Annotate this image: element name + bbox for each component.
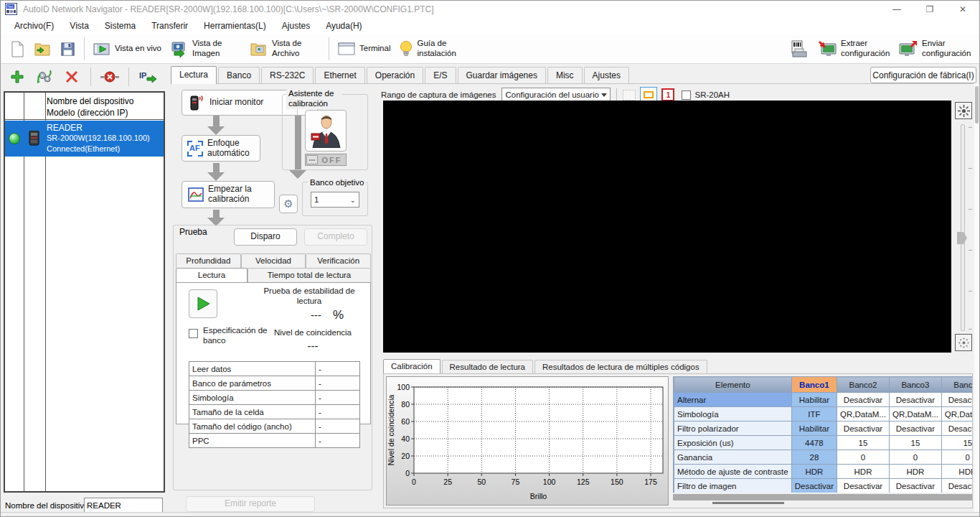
assistant-button[interactable] — [305, 110, 347, 152]
report-export-button[interactable]: Emitir reporte — [186, 496, 315, 512]
bank-table-header-banco3[interactable]: Banco3 — [889, 377, 941, 393]
bank-param-label[interactable]: Exposición (us) — [674, 436, 792, 450]
tab-operaci-n[interactable]: Operación — [367, 67, 423, 83]
report-button[interactable] — [786, 37, 813, 60]
bank-value[interactable]: Desactivar — [941, 479, 972, 493]
capture-region-1-button[interactable]: 1 — [661, 88, 674, 101]
tab-e-s[interactable]: E/S — [425, 67, 456, 83]
restore-button[interactable]: ❐ — [913, 1, 946, 17]
bank-param-label[interactable]: Filtro de imagen — [674, 479, 792, 493]
menu-item-vista[interactable]: Vista — [62, 19, 96, 33]
menu-item-archivo-f[interactable]: Archivo(F) — [6, 19, 62, 33]
bank-value[interactable]: Desactivar — [941, 393, 972, 407]
menu-item-herramientas-l[interactable]: Herramientas(L) — [196, 19, 274, 33]
capture-region-none-icon[interactable] — [623, 90, 636, 101]
bank-value[interactable]: 0 — [941, 450, 972, 465]
brightness-slider-track[interactable] — [961, 124, 965, 331]
bank-value[interactable]: Desactivar — [837, 421, 890, 436]
bank-value[interactable]: HDR — [791, 465, 837, 479]
bank-table-hscroll-track[interactable] — [673, 494, 972, 500]
ip-settings-button[interactable]: IP — [137, 67, 159, 86]
vertical-scrollbar-thumb[interactable] — [975, 86, 979, 124]
bank-param-label[interactable]: Simbología — [674, 407, 792, 421]
bank-value[interactable]: Desactivar — [837, 393, 890, 407]
minimize-button[interactable]: — — [880, 1, 913, 17]
bank-value[interactable]: 0 — [837, 450, 890, 465]
bank-value[interactable]: Desactivar — [941, 421, 972, 436]
brightness-up-button[interactable] — [955, 102, 972, 119]
assistant-toggle[interactable]: OFF — [305, 154, 347, 166]
bank-value[interactable]: HDR — [837, 465, 890, 479]
menu-item-transferir[interactable]: Transferir — [143, 19, 196, 33]
bank-value[interactable]: QR,DataM... — [837, 407, 890, 421]
bank-param-label[interactable]: Método de ajuste de contraste — [674, 465, 792, 479]
factory-config-button[interactable]: Configuración de fábrica(I) — [870, 67, 976, 83]
bank-table-header-banco2[interactable]: Banco2 — [837, 377, 890, 393]
menu-item-ajustes[interactable]: Ajustes — [274, 19, 318, 33]
disconnect-button[interactable] — [99, 67, 121, 86]
tab-misc[interactable]: Misc — [547, 67, 583, 83]
tab-rs-232c[interactable]: RS-232C — [261, 67, 314, 83]
capture-preset-select[interactable]: Configuración del usuario — [501, 88, 611, 102]
complete-button[interactable]: Completo — [304, 228, 367, 246]
vertical-scrollbar-track[interactable] — [974, 84, 979, 512]
device-name-input[interactable] — [84, 498, 163, 513]
refresh-devices-button[interactable] — [34, 67, 55, 86]
bank-table-header-banco4[interactable]: Banco4 — [941, 377, 972, 393]
bank-value[interactable]: ITF — [791, 407, 837, 421]
tab-banco[interactable]: Banco — [218, 67, 260, 83]
bank-table-header-banco1[interactable]: Banco1 — [791, 377, 837, 393]
terminal-button[interactable]: Terminal — [333, 39, 395, 59]
image-viewer-canvas[interactable] — [383, 101, 951, 353]
bank-value[interactable]: 4478 — [791, 436, 837, 450]
bank-value[interactable]: Desactivar — [889, 393, 941, 407]
test-tab-velocidad[interactable]: Velocidad — [241, 253, 306, 268]
extract-config-button[interactable]: Extraer configuración — [813, 37, 894, 60]
menu-item-ayuda-h[interactable]: Ayuda(H) — [318, 19, 369, 33]
bank-value[interactable]: 15 — [837, 436, 890, 450]
brightness-slider-handle[interactable] — [957, 232, 967, 244]
file-view-button[interactable]: Vista de Archivo — [245, 37, 325, 60]
bank-value[interactable]: 15 — [941, 436, 972, 450]
bank-value[interactable]: Desactivar — [791, 479, 837, 493]
send-config-button[interactable]: Enviar configuración — [894, 37, 975, 60]
menu-item-sistema[interactable]: Sistema — [97, 19, 143, 33]
close-button[interactable]: ✕ — [946, 1, 979, 17]
add-device-button[interactable] — [6, 67, 28, 86]
bank-spec-checkbox[interactable] — [189, 329, 198, 338]
device-row[interactable]: READER SR-2000W(192.168.100.100) Connect… — [5, 121, 164, 157]
bank-value[interactable]: Habilitar — [791, 421, 837, 436]
tab-guardar-im-genes[interactable]: Guardar imágenes — [458, 67, 546, 83]
bank-value[interactable]: QR,DataM... — [889, 407, 941, 421]
tab-ethernet[interactable]: Ethernet — [315, 67, 364, 83]
run-test-button[interactable] — [189, 289, 217, 318]
tab-ajustes[interactable]: Ajustes — [584, 67, 629, 83]
bank-value[interactable]: Desactivar — [889, 479, 941, 493]
autofocus-button[interactable]: AF Enfoque automático — [182, 135, 260, 162]
new-file-button[interactable] — [5, 38, 29, 60]
bank-value[interactable]: 15 — [889, 436, 941, 450]
bank-table-hscroll-thumb[interactable] — [712, 502, 784, 504]
test-tab-verificaci-n[interactable]: Verificación — [306, 253, 371, 268]
brightness-down-button[interactable] — [955, 334, 972, 351]
delete-device-button[interactable] — [61, 67, 83, 86]
results-tab-resultados-de-lectura-de-m-ltiples-c-digos[interactable]: Resultados de lectura de múltiples códig… — [534, 360, 707, 373]
tab-lectura[interactable]: Lectura — [171, 66, 217, 84]
save-button[interactable] — [55, 39, 80, 60]
test-tab-tiempo-total-de-lectura[interactable]: Tiempo total de lectura — [248, 268, 371, 282]
setup-guide-button[interactable]: Guía de instalación — [395, 37, 470, 60]
test-tab-profundidad[interactable]: Profundidad — [176, 253, 241, 268]
start-calibration-button[interactable]: Empezar la calibración — [182, 181, 275, 208]
bank-param-label[interactable]: Filtro polarizador — [674, 421, 792, 436]
bank-value[interactable]: HDR — [941, 465, 972, 479]
bank-table-header-elemento[interactable]: Elemento — [674, 377, 792, 393]
calibration-settings-button[interactable]: ⚙ — [279, 195, 298, 213]
bank-param-label[interactable]: Alternar — [674, 393, 792, 407]
bank-value[interactable]: Habilitar — [791, 393, 837, 407]
bank-param-label[interactable]: Ganancia — [674, 450, 792, 465]
results-tab-resultado-de-lectura[interactable]: Resultado de lectura — [442, 360, 533, 373]
bank-value[interactable]: HDR — [889, 465, 941, 479]
sr20ah-checkbox[interactable] — [682, 90, 691, 100]
bank-value[interactable]: Desactivar — [837, 479, 890, 493]
bank-value[interactable]: 28 — [791, 450, 837, 465]
